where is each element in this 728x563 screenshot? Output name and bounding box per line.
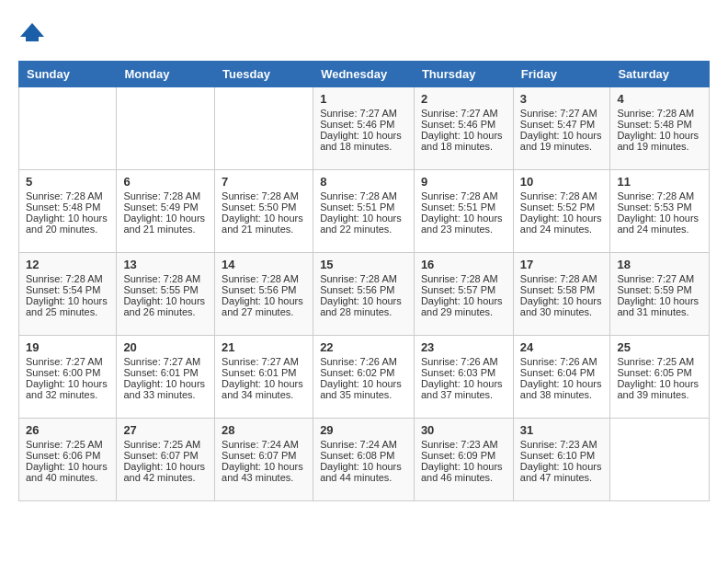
calendar-cell: 25Sunrise: 7:25 AMSunset: 6:05 PMDayligh… — [610, 336, 710, 419]
calendar-cell: 6Sunrise: 7:28 AMSunset: 5:49 PMDaylight… — [117, 170, 215, 253]
calendar-cell: 18Sunrise: 7:27 AMSunset: 5:59 PMDayligh… — [610, 253, 710, 336]
calendar-cell: 21Sunrise: 7:27 AMSunset: 6:01 PMDayligh… — [215, 336, 313, 419]
day-number: 21 — [222, 340, 306, 354]
day-info: Daylight: 10 hours — [123, 461, 208, 472]
day-info: Sunrise: 7:28 AM — [123, 190, 208, 201]
day-number: 11 — [617, 175, 702, 189]
calendar-cell: 28Sunrise: 7:24 AMSunset: 6:07 PMDayligh… — [215, 419, 313, 501]
day-info: Daylight: 10 hours — [320, 213, 407, 224]
calendar-cell: 30Sunrise: 7:23 AMSunset: 6:09 PMDayligh… — [414, 419, 513, 501]
day-info: and 30 minutes. — [520, 306, 604, 317]
day-info: and 26 minutes. — [123, 306, 208, 317]
day-info: Sunrise: 7:28 AM — [320, 190, 407, 201]
day-info: Sunrise: 7:26 AM — [320, 356, 407, 367]
day-info: Daylight: 10 hours — [320, 130, 407, 141]
day-info: Sunrise: 7:27 AM — [421, 108, 506, 119]
day-info: Sunset: 5:53 PM — [617, 201, 702, 213]
day-number: 25 — [617, 340, 702, 354]
day-info: Sunrise: 7:23 AM — [421, 439, 506, 450]
day-info: Daylight: 10 hours — [520, 130, 604, 141]
day-info: and 18 minutes. — [320, 141, 407, 152]
page-header — [18, 18, 710, 46]
day-number: 20 — [123, 340, 208, 354]
day-info: Sunrise: 7:25 AM — [123, 439, 208, 450]
day-info: Daylight: 10 hours — [320, 295, 407, 306]
day-info: and 40 minutes. — [26, 472, 109, 483]
day-info: Daylight: 10 hours — [617, 213, 702, 224]
day-info: Sunset: 5:49 PM — [123, 201, 208, 213]
day-info: Daylight: 10 hours — [123, 295, 208, 306]
day-info: Daylight: 10 hours — [520, 378, 604, 389]
day-number: 2 — [421, 92, 506, 106]
calendar-cell: 5Sunrise: 7:28 AMSunset: 5:48 PMDaylight… — [19, 170, 117, 253]
day-info: Daylight: 10 hours — [421, 213, 506, 224]
day-info: Sunrise: 7:28 AM — [222, 273, 306, 284]
day-info: Sunset: 5:48 PM — [26, 201, 109, 213]
calendar-cell: 7Sunrise: 7:28 AMSunset: 5:50 PMDaylight… — [215, 170, 313, 253]
day-info: Sunset: 5:46 PM — [320, 119, 407, 130]
calendar-cell: 9Sunrise: 7:28 AMSunset: 5:51 PMDaylight… — [414, 170, 513, 253]
day-info: Sunset: 6:07 PM — [222, 450, 306, 461]
calendar-cell: 15Sunrise: 7:28 AMSunset: 5:56 PMDayligh… — [313, 253, 415, 336]
day-info: Daylight: 10 hours — [520, 295, 604, 306]
day-info: Sunrise: 7:28 AM — [421, 190, 506, 201]
weekday-header: Friday — [513, 62, 610, 87]
weekday-header: Saturday — [610, 62, 710, 87]
day-info: and 20 minutes. — [26, 224, 109, 235]
day-info: Sunset: 6:00 PM — [26, 367, 109, 378]
calendar-cell: 14Sunrise: 7:28 AMSunset: 5:56 PMDayligh… — [215, 253, 313, 336]
day-info: Daylight: 10 hours — [617, 378, 702, 389]
calendar-cell: 4Sunrise: 7:28 AMSunset: 5:48 PMDaylight… — [610, 87, 710, 170]
day-info: and 43 minutes. — [222, 472, 306, 483]
day-info: Sunset: 5:59 PM — [617, 284, 702, 295]
day-info: and 47 minutes. — [520, 472, 604, 483]
day-number: 30 — [421, 423, 506, 437]
calendar-week-row: 26Sunrise: 7:25 AMSunset: 6:06 PMDayligh… — [19, 419, 710, 501]
day-info: and 22 minutes. — [320, 224, 407, 235]
day-info: Sunset: 5:51 PM — [421, 201, 506, 213]
day-info: Sunrise: 7:28 AM — [123, 273, 208, 284]
day-info: Sunrise: 7:27 AM — [222, 356, 306, 367]
day-info: Sunset: 5:46 PM — [421, 119, 506, 130]
day-info: Sunrise: 7:27 AM — [123, 356, 208, 367]
day-info: Sunset: 6:06 PM — [26, 450, 109, 461]
day-info: and 19 minutes. — [520, 141, 604, 152]
day-info: Daylight: 10 hours — [520, 461, 604, 472]
calendar-cell: 17Sunrise: 7:28 AMSunset: 5:58 PMDayligh… — [513, 253, 610, 336]
day-info: Sunset: 6:04 PM — [520, 367, 604, 378]
weekday-header: Tuesday — [215, 62, 313, 87]
day-info: Sunset: 6:09 PM — [421, 450, 506, 461]
logo-icon — [18, 18, 46, 46]
day-info: Daylight: 10 hours — [320, 378, 407, 389]
day-info: Sunset: 5:51 PM — [320, 201, 407, 213]
day-info: Sunrise: 7:25 AM — [617, 356, 702, 367]
day-info: and 18 minutes. — [421, 141, 506, 152]
calendar-week-row: 12Sunrise: 7:28 AMSunset: 5:54 PMDayligh… — [19, 253, 710, 336]
day-info: and 34 minutes. — [222, 389, 306, 400]
day-info: Sunrise: 7:28 AM — [320, 273, 407, 284]
day-info: Sunrise: 7:27 AM — [617, 273, 702, 284]
day-info: Sunset: 5:55 PM — [123, 284, 208, 295]
calendar-cell: 2Sunrise: 7:27 AMSunset: 5:46 PMDaylight… — [414, 87, 513, 170]
day-info: and 46 minutes. — [421, 472, 506, 483]
day-info: Daylight: 10 hours — [222, 461, 306, 472]
day-info: and 37 minutes. — [421, 389, 506, 400]
day-number: 4 — [617, 92, 702, 106]
calendar-cell: 1Sunrise: 7:27 AMSunset: 5:46 PMDaylight… — [313, 87, 415, 170]
day-info: Sunrise: 7:26 AM — [520, 356, 604, 367]
day-info: and 39 minutes. — [617, 389, 702, 400]
day-info: Sunset: 6:03 PM — [421, 367, 506, 378]
day-number: 12 — [26, 258, 109, 271]
day-number: 7 — [222, 175, 306, 189]
day-number: 31 — [520, 423, 604, 437]
calendar-cell: 24Sunrise: 7:26 AMSunset: 6:04 PMDayligh… — [513, 336, 610, 419]
day-info: Sunrise: 7:28 AM — [617, 190, 702, 201]
day-info: Daylight: 10 hours — [26, 213, 109, 224]
day-info: and 23 minutes. — [421, 224, 506, 235]
day-info: and 21 minutes. — [222, 224, 306, 235]
day-info: Daylight: 10 hours — [421, 461, 506, 472]
day-info: Sunrise: 7:27 AM — [520, 108, 604, 119]
day-number: 6 — [123, 175, 208, 189]
calendar-week-row: 1Sunrise: 7:27 AMSunset: 5:46 PMDaylight… — [19, 87, 710, 170]
day-info: Sunrise: 7:24 AM — [320, 439, 407, 450]
